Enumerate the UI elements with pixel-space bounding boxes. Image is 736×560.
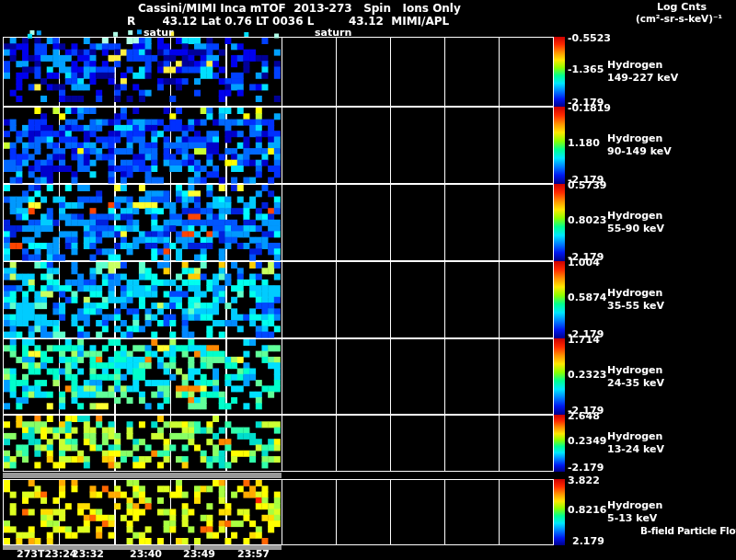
saturn-marker-label-right: saturn	[315, 28, 351, 39]
row-species-label: Hydrogen	[607, 60, 662, 71]
time-tick-label: 23:57	[237, 549, 270, 560]
colorbar-mid-label: 0.2349	[568, 436, 606, 447]
time-tick-label: 23:49	[183, 549, 215, 560]
row-energy-band-label: 13-24 keV	[607, 444, 664, 455]
row-energy-band-label: 149-227 keV	[607, 73, 678, 84]
row-species-label: Hydrogen	[607, 500, 662, 511]
bfield-particle-flow-note: B-field Particle Flow	[640, 525, 736, 536]
colorbar-mid-label: 1.180	[568, 138, 600, 149]
spectrogram-canvas	[0, 0, 736, 560]
row-species-label: Hydrogen	[607, 431, 662, 442]
colorbar-mid-label: 0.8023	[568, 215, 606, 226]
colorbar-max-label: 1.714	[568, 335, 600, 346]
time-tick-label: 23:32	[72, 549, 104, 560]
row-species-label: Hydrogen	[607, 211, 662, 222]
colorbar-max-label: -0.5523	[568, 33, 611, 44]
colorbar-min-label: -2.179	[568, 463, 604, 474]
page-title: Cassini/MIMI Inca mTOF 2013-273 Spin Ion…	[138, 3, 461, 14]
colorbar-min-label: 2.179	[572, 536, 604, 547]
row-energy-band-label: 35-55 keV	[607, 301, 664, 312]
colorbar-max-label: 2.648	[568, 411, 600, 422]
colorbar-units-title: Log Cnts	[639, 2, 724, 13]
row-energy-band-label: 55-90 keV	[607, 223, 664, 234]
row-species-label: Hydrogen	[607, 133, 662, 144]
colorbar-max-label: 3.822	[568, 475, 600, 486]
colorbar-max-label: -0.1819	[568, 103, 611, 114]
colorbar-units: (cm²-sr-s-keV)⁻¹	[622, 13, 736, 24]
row-energy-band-label: 90-149 keV	[607, 146, 672, 157]
row-energy-band-label: 5-13 keV	[607, 513, 657, 524]
colorbar-mid-label: -1.365	[568, 64, 604, 75]
colorbar-mid-label: 0.5874	[568, 292, 606, 303]
colorbar-max-label: 1.004	[568, 257, 600, 269]
row-species-label: Hydrogen	[607, 365, 662, 376]
row-species-label: Hydrogen	[607, 288, 662, 299]
mimi-spectrogram-screen: Cassini/MIMI Inca mTOF 2013-273 Spin Ion…	[0, 0, 736, 560]
ephemeris-line: R 43.12 Lat 0.76 LT 0036 L 43.12 MIMI/AP…	[127, 16, 449, 27]
time-tick-label: 23:40	[130, 549, 162, 560]
colorbar-mid-label: 0.8216	[568, 505, 606, 516]
time-tick-label: 273T23:24	[17, 549, 76, 560]
colorbar-max-label: 0.5739	[568, 180, 606, 191]
row-energy-band-label: 24-35 keV	[607, 378, 664, 389]
saturn-marker-label-left: satur	[144, 28, 173, 39]
colorbar-mid-label: 0.2323	[568, 370, 606, 381]
